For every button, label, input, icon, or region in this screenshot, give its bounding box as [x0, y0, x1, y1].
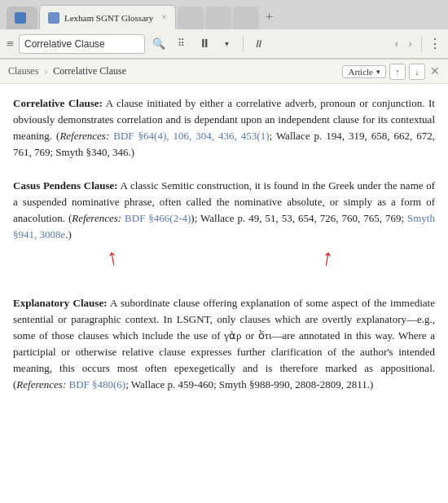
- references-label-1: References:: [59, 130, 109, 142]
- separator-1: [243, 36, 244, 52]
- scroll-up-button[interactable]: ↑: [389, 64, 406, 80]
- arrow-annotations: ↑ ↑: [13, 243, 435, 278]
- up-arrow-icon: ↑: [395, 67, 400, 77]
- tab-icon: [48, 12, 59, 24]
- entry-casus-pendens: Casus Pendens Clause: A classic Semitic …: [13, 178, 435, 279]
- hamburger-icon[interactable]: ≡: [7, 37, 14, 51]
- arrow-left: ↑: [103, 239, 121, 276]
- ref-bdf-2[interactable]: BDF §466(2-4): [125, 212, 191, 224]
- search-text: Correlative Clause: [24, 38, 105, 50]
- nav-forward-button[interactable]: ›: [406, 38, 415, 51]
- separator-2: [421, 36, 422, 52]
- article-label: Article: [348, 67, 373, 77]
- breadcrumb-parent[interactable]: Clauses: [8, 65, 38, 77]
- content-area[interactable]: Correlative Clause: A clause initiated b…: [0, 84, 448, 503]
- references-label-3: References:: [16, 378, 66, 390]
- new-tab-button[interactable]: +: [261, 10, 278, 24]
- nav-back-button[interactable]: ‹: [393, 38, 402, 51]
- casus-pendens-text: Casus Pendens Clause: A classic Semitic …: [13, 178, 435, 244]
- dropdown-arrow[interactable]: ▾: [218, 35, 236, 53]
- entry-correlative-clause: Correlative Clause: A clause initiated b…: [13, 95, 435, 161]
- double-slash-icon[interactable]: //: [250, 35, 268, 53]
- tab-bar: Lexham SGNT Glossary × +: [0, 0, 448, 29]
- correlative-clause-text: Correlative Clause: A clause initiated b…: [13, 95, 435, 161]
- more-options-button[interactable]: ⋮: [428, 36, 441, 51]
- down-arrow-icon: ↓: [415, 67, 419, 77]
- tab-ghost-3: [233, 7, 259, 29]
- references-label-2: References:: [72, 212, 121, 224]
- tab-ghost-1: [178, 7, 204, 29]
- explanatory-clause-text: Explanatory Clause: A subordinate clause…: [13, 295, 435, 394]
- search-box[interactable]: Correlative Clause: [19, 34, 145, 54]
- explanatory-clause-title: Explanatory Clause:: [13, 297, 107, 309]
- casus-pendens-title: Casus Pendens Clause:: [13, 179, 118, 192]
- breadcrumb-current: Correlative Clause: [53, 65, 126, 77]
- tab-label: Lexham SGNT Glossary: [64, 13, 153, 23]
- grid-icon[interactable]: ⠿: [173, 35, 191, 53]
- dropdown-chevron: ▾: [376, 68, 380, 76]
- tab-inactive-1[interactable]: [7, 7, 37, 29]
- tab-active[interactable]: Lexham SGNT Glossary ×: [39, 5, 176, 29]
- breadcrumb-bar: Clauses › Correlative Clause Article ▾ ↑…: [0, 60, 448, 84]
- tab-close-button[interactable]: ×: [161, 11, 167, 24]
- correlative-clause-title: Correlative Clause:: [13, 97, 103, 109]
- ref-bdf-1[interactable]: BDF §64(4), 106, 304, 436, 453(1): [113, 130, 269, 142]
- scroll-down-button[interactable]: ↓: [409, 64, 425, 80]
- tab-ghost-2: [205, 7, 231, 29]
- entry-explanatory-clause: Explanatory Clause: A subordinate clause…: [13, 295, 435, 394]
- close-panel-button[interactable]: ✕: [430, 64, 440, 78]
- search-icon[interactable]: 🔍: [150, 35, 168, 53]
- article-controls: Article ▾ ↑ ↓ ✕: [342, 64, 440, 80]
- breadcrumb-separator: ›: [44, 65, 47, 77]
- pause-icon[interactable]: ⏸: [195, 35, 213, 53]
- toolbar: ≡ Correlative Clause 🔍 ⠿ ⏸ ▾ // ‹ › ⋮: [0, 29, 448, 59]
- breadcrumb: Clauses › Correlative Clause: [8, 65, 126, 77]
- arrow-right: ↑: [318, 239, 336, 276]
- article-dropdown[interactable]: Article ▾: [342, 65, 386, 78]
- ref-bdf-3[interactable]: BDF §480(6): [68, 378, 125, 390]
